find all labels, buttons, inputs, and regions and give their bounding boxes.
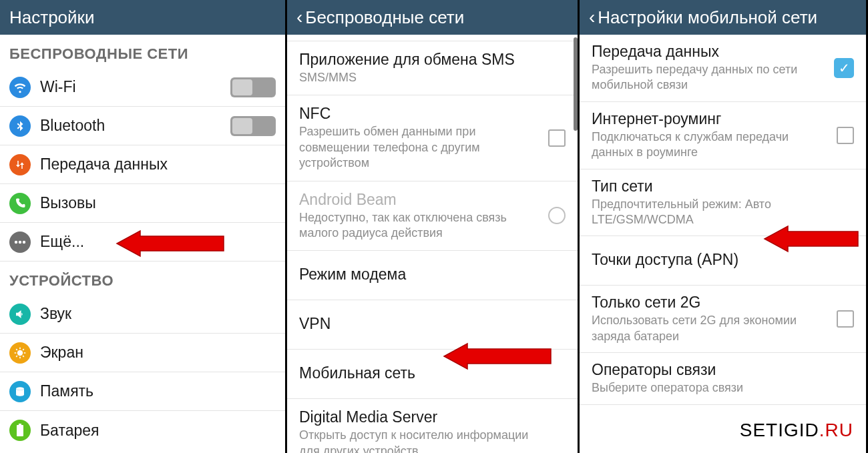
header[interactable]: ‹ Настройки мобильной сети xyxy=(580,0,866,35)
item-mobile-network[interactable]: Мобильная сеть xyxy=(287,350,578,399)
svg-point-3 xyxy=(17,350,23,355)
watermark-part2: .RU xyxy=(819,420,853,440)
data-icon xyxy=(9,154,31,175)
item-vpn[interactable]: VPN xyxy=(287,300,578,350)
item-sub: Недоступно, так как отключена связь мало… xyxy=(299,210,566,242)
item-title: NFC xyxy=(299,105,566,123)
row-display[interactable]: Экран xyxy=(0,334,285,372)
row-wifi[interactable]: Wi-Fi xyxy=(0,68,285,107)
item-title: Digital Media Server xyxy=(299,408,566,426)
row-label: Передача данных xyxy=(40,155,276,173)
svg-point-4 xyxy=(16,387,24,390)
item-title: Передача данных xyxy=(592,43,854,61)
item-sub: SMS/MMS xyxy=(299,70,566,85)
wifi-icon xyxy=(9,77,31,98)
item-title: Android Beam xyxy=(299,191,566,209)
beam-radio xyxy=(548,207,566,224)
item-tethering[interactable]: Режим модема xyxy=(287,251,578,300)
bluetooth-icon xyxy=(9,115,31,137)
nfc-checkbox[interactable] xyxy=(548,129,566,147)
item-operators[interactable]: Операторы связи Выберите оператора связи xyxy=(580,353,866,404)
row-bluetooth[interactable]: Bluetooth xyxy=(0,107,285,145)
wifi-toggle[interactable] xyxy=(230,77,276,97)
roaming-checkbox[interactable] xyxy=(837,127,854,144)
sound-icon xyxy=(9,304,31,325)
row-label: Bluetooth xyxy=(40,117,230,135)
item-data-transfer[interactable]: Передача данных Разрешить передачу данны… xyxy=(580,35,866,102)
row-more[interactable]: Ещё... xyxy=(0,223,285,262)
svg-point-0 xyxy=(15,240,17,243)
row-label: Ещё... xyxy=(40,233,276,251)
row-label: Экран xyxy=(40,344,276,362)
item-title: Точки доступа (APN) xyxy=(592,251,854,269)
title-text: Настройки мобильной сети xyxy=(598,7,817,28)
only2g-checkbox[interactable] xyxy=(837,310,854,328)
wireless-panel: ‹ Беспроводные сети Приложение для обмен… xyxy=(287,0,580,453)
item-sub: Открыть доступ к носителю информации для… xyxy=(299,428,566,453)
item-nfc[interactable]: NFC Разрешить обмен данными при совмещен… xyxy=(287,95,578,181)
row-label: Батарея xyxy=(40,422,276,440)
row-storage[interactable]: Память xyxy=(0,372,285,411)
item-title: Тип сети xyxy=(592,177,854,195)
svg-rect-5 xyxy=(19,424,21,425)
item-roaming[interactable]: Интернет-роуминг Подключаться к службам … xyxy=(580,102,866,169)
item-2g-only[interactable]: Только сети 2G Использовать сети 2G для … xyxy=(580,286,866,353)
item-network-type[interactable]: Тип сети Предпочтительный режим: Авто LT… xyxy=(580,169,866,237)
item-title: VPN xyxy=(299,315,566,333)
item-apn[interactable]: Точки доступа (APN) xyxy=(580,236,866,286)
svg-point-1 xyxy=(19,240,21,243)
scroll-indicator xyxy=(574,37,578,131)
phone-icon xyxy=(9,193,31,214)
item-sub: Разрешить обмен данными при совмещении т… xyxy=(299,124,566,171)
section-device: УСТРОЙСТВО xyxy=(0,262,285,295)
storage-icon xyxy=(9,381,31,402)
item-sub: Выберите оператора связи xyxy=(592,380,854,396)
data-checkbox-checked[interactable]: ✓ xyxy=(834,58,854,78)
row-data-usage[interactable]: Передача данных xyxy=(0,145,285,184)
row-label: Wi-Fi xyxy=(40,78,230,96)
item-title: Операторы связи xyxy=(592,361,854,379)
item-android-beam: Android Beam Недоступно, так как отключе… xyxy=(287,181,578,252)
item-title: Интернет-роуминг xyxy=(592,110,854,128)
row-label: Память xyxy=(40,382,276,400)
watermark-part1: SETIGID xyxy=(740,420,819,440)
item-sub: Подключаться к службам передачи данных в… xyxy=(592,129,854,161)
section-wireless: БЕСПРОВОДНЫЕ СЕТИ xyxy=(0,35,285,68)
header-title: Настройки xyxy=(0,0,285,35)
bt-toggle[interactable] xyxy=(230,116,276,136)
watermark: SETIGID.RU xyxy=(740,420,853,441)
row-sound[interactable]: Звук xyxy=(0,295,285,334)
row-battery[interactable]: Батарея xyxy=(0,411,285,450)
back-chevron-icon[interactable]: ‹ xyxy=(589,7,595,28)
mobile-network-panel: ‹ Настройки мобильной сети Передача данн… xyxy=(580,0,868,453)
row-label: Вызовы xyxy=(40,194,276,212)
row-calls[interactable]: Вызовы xyxy=(0,184,285,223)
header[interactable]: ‹ Беспроводные сети xyxy=(287,0,578,35)
item-title: Приложение для обмена SMS xyxy=(299,51,566,69)
item-title: Режим модема xyxy=(299,266,566,284)
item-title: Только сети 2G xyxy=(592,294,854,312)
item-sms-app[interactable]: Приложение для обмена SMS SMS/MMS xyxy=(287,41,578,95)
battery-icon xyxy=(9,420,31,441)
back-chevron-icon[interactable]: ‹ xyxy=(296,7,302,28)
title-text: Беспроводные сети xyxy=(305,7,464,28)
settings-panel: Настройки БЕСПРОВОДНЫЕ СЕТИ Wi-Fi Blueto… xyxy=(0,0,287,453)
item-title: Мобильная сеть xyxy=(299,364,566,382)
item-dms[interactable]: Digital Media Server Открыть доступ к но… xyxy=(287,399,578,453)
title-text: Настройки xyxy=(9,7,95,28)
row-label: Звук xyxy=(40,305,276,323)
svg-point-2 xyxy=(23,240,25,243)
svg-rect-6 xyxy=(17,425,23,436)
item-sub: Предпочтительный режим: Авто LTE/GSM/WCD… xyxy=(592,197,854,228)
item-sub: Разрешить передачу данных по сети мобиль… xyxy=(592,62,854,93)
display-icon xyxy=(9,342,31,364)
more-icon xyxy=(9,232,31,253)
item-sub: Использовать сети 2G для экономии заряда… xyxy=(592,313,854,344)
